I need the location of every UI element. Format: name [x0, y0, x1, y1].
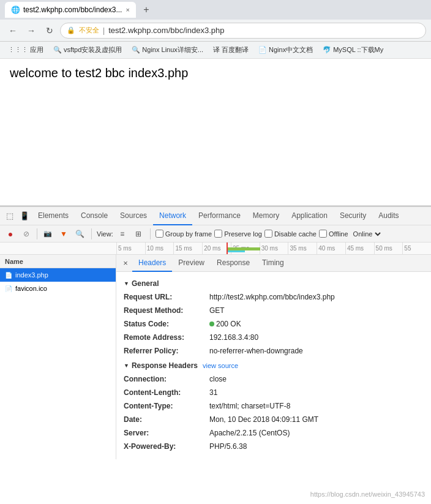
general-row-url: Request URL: http://test2.wkphp.com/bbc/…: [124, 291, 424, 303]
timeline-tick: 5 ms: [116, 243, 145, 255]
nginx-zh-icon: 📄: [258, 46, 267, 54]
group-by-frame-label[interactable]: Group by frame: [156, 230, 212, 238]
remote-key: Remote Address:: [124, 332, 209, 343]
bookmark-nginx-linux[interactable]: 🔍 Nginx Linux详细安...: [129, 44, 206, 56]
disable-cache-checkbox[interactable]: [264, 230, 272, 238]
address-separator: |: [103, 26, 105, 35]
tab-application[interactable]: Application: [285, 207, 334, 225]
preserve-log-label[interactable]: Preserve log: [214, 230, 262, 238]
bookmark-mysql-label: MySQL ::下载My: [333, 45, 383, 55]
online-select[interactable]: Online: [351, 230, 383, 238]
detail-tab-preview[interactable]: Preview: [172, 255, 211, 272]
devtools-inspect-icon[interactable]: ⬚: [2, 208, 17, 225]
file-item-index3[interactable]: 📄 index3.php: [0, 268, 116, 282]
x-powered-key: X-Powered-By:: [124, 441, 209, 452]
devtools-tabbar: ⬚ 📱 Elements Console Sources Network Per…: [0, 207, 431, 225]
content-type-value: text/html; charset=UTF-8: [209, 401, 290, 412]
file-list: Name 📄 index3.php 📄 favicon.ico: [0, 255, 116, 459]
page-content: welcome to test2 bbc index3.php: [0, 59, 431, 206]
camera-button[interactable]: 📷: [41, 227, 54, 241]
tab-network[interactable]: Network: [153, 207, 192, 225]
network-toolbar: ● ⊘ 📷 ▼ 🔍 View: ≡ ⊞ Group by frame Prese…: [0, 225, 431, 243]
general-row-remote: Remote Address: 192.168.3.4:80: [124, 332, 424, 343]
detail-close-button[interactable]: ×: [119, 257, 132, 270]
tab-favicon: 🌐: [11, 6, 20, 14]
toolbar-sep-3: [150, 228, 151, 239]
tab-console[interactable]: Console: [75, 207, 114, 225]
referrer-value: no-referrer-when-downgrade: [209, 345, 303, 356]
method-key: Request Method:: [124, 305, 209, 316]
preserve-log-text: Preserve log: [224, 230, 262, 238]
file-item-favicon[interactable]: 📄 favicon.ico: [0, 282, 116, 295]
timeline-tick: 10 ms: [145, 243, 174, 255]
content-length-value: 31: [209, 387, 217, 398]
file-icon-favicon: 📄: [5, 285, 12, 292]
tab-performance[interactable]: Performance: [192, 207, 247, 225]
right-panel: × Headers Preview Response Timing Genera…: [116, 255, 431, 459]
bookmark-mysql[interactable]: 🐬 MySQL ::下载My: [320, 44, 386, 56]
view-source-link[interactable]: view source: [203, 362, 238, 369]
address-bar[interactable]: 🔒 不安全 | test2.wkphp.com/bbc/index3.php: [60, 23, 426, 39]
tab-title: test2.wkphp.com/bbc/index3...: [23, 6, 122, 14]
stop-button[interactable]: ⊘: [20, 227, 33, 241]
timeline-tick: 30 ms: [260, 243, 288, 255]
general-section-title: General: [124, 279, 424, 288]
forward-button[interactable]: →: [23, 23, 39, 39]
remote-value: 192.168.3.4:80: [209, 332, 258, 343]
timeline-tick: 35 ms: [288, 243, 317, 255]
nginx-linux-icon: 🔍: [132, 46, 140, 54]
apps-icon: ⋮⋮⋮: [8, 46, 28, 54]
connection-key: Connection:: [124, 374, 209, 385]
bookmark-nginx-zh[interactable]: 📄 Nginx中文文档: [255, 44, 316, 56]
date-value: Mon, 10 Dec 2018 04:09:11 GMT: [209, 414, 318, 425]
view-list-icon[interactable]: ≡: [116, 227, 129, 241]
tab-elements[interactable]: Elements: [32, 207, 75, 225]
detail-tab-response[interactable]: Response: [211, 255, 256, 272]
detail-tab-timing[interactable]: Timing: [256, 255, 290, 272]
status-dot-icon: [209, 322, 214, 326]
offline-label[interactable]: Offline: [319, 230, 348, 238]
server-key: Server:: [124, 427, 209, 438]
bookmark-vsftpd[interactable]: 🔍 vsftpd安装及虚拟用: [50, 44, 125, 56]
new-tab-button[interactable]: +: [138, 2, 154, 18]
disable-cache-label[interactable]: Disable cache: [264, 230, 317, 238]
devtools-panel: ⬚ 📱 Elements Console Sources Network Per…: [0, 206, 431, 459]
bookmark-nginx-zh-label: Nginx中文文档: [269, 45, 313, 55]
offline-checkbox[interactable]: [319, 230, 327, 238]
record-button[interactable]: ●: [4, 227, 17, 241]
general-row-referrer: Referrer Policy: no-referrer-when-downgr…: [124, 345, 424, 356]
mysql-icon: 🐬: [323, 46, 331, 54]
bookmark-baidu[interactable]: 译 百度翻译: [210, 44, 252, 56]
date-key: Date:: [124, 414, 209, 425]
timeline-blue-bar: [227, 250, 245, 252]
bookmark-vsftpd-label: vsftpd安装及虚拟用: [64, 45, 122, 55]
refresh-button[interactable]: ↻: [42, 23, 58, 39]
detail-tab-headers[interactable]: Headers: [132, 255, 172, 272]
filter-button[interactable]: ▼: [57, 227, 70, 241]
method-value: GET: [209, 305, 225, 316]
group-by-frame-checkbox[interactable]: [156, 230, 163, 238]
timeline-tick: 45 ms: [345, 243, 374, 255]
view-waterfall-icon[interactable]: ⊞: [132, 227, 145, 241]
rh-x-powered-by: X-Powered-By: PHP/5.6.38: [124, 441, 424, 452]
offline-text: Offline: [329, 230, 348, 238]
response-headers-section-header: Response Headers view source: [124, 361, 424, 370]
bookmark-apps[interactable]: ⋮⋮⋮ 应用: [5, 44, 47, 56]
tab-memory[interactable]: Memory: [247, 207, 285, 225]
search-button[interactable]: 🔍: [73, 227, 86, 241]
server-value: Apache/2.2.15 (CentOS): [209, 427, 290, 438]
tab-close-button[interactable]: ×: [126, 6, 129, 13]
tab-security[interactable]: Security: [334, 207, 372, 225]
timeline-red-line: [227, 243, 228, 255]
timeline-bar: 5 ms10 ms15 ms20 ms25 ms30 ms35 ms40 ms4…: [0, 243, 431, 255]
tab-sources[interactable]: Sources: [114, 207, 153, 225]
timeline-ticks: 5 ms10 ms15 ms20 ms25 ms30 ms35 ms40 ms4…: [116, 243, 431, 255]
tab-audits[interactable]: Audits: [372, 207, 405, 225]
status-value: 200 OK: [209, 318, 241, 329]
devtools-device-icon[interactable]: 📱: [17, 208, 32, 225]
status-value-text: 200 OK: [216, 320, 241, 328]
preserve-log-checkbox[interactable]: [214, 230, 222, 238]
back-button[interactable]: ←: [5, 23, 21, 39]
connection-value: close: [209, 374, 227, 385]
active-tab[interactable]: 🌐 test2.wkphp.com/bbc/index3... ×: [5, 2, 136, 18]
